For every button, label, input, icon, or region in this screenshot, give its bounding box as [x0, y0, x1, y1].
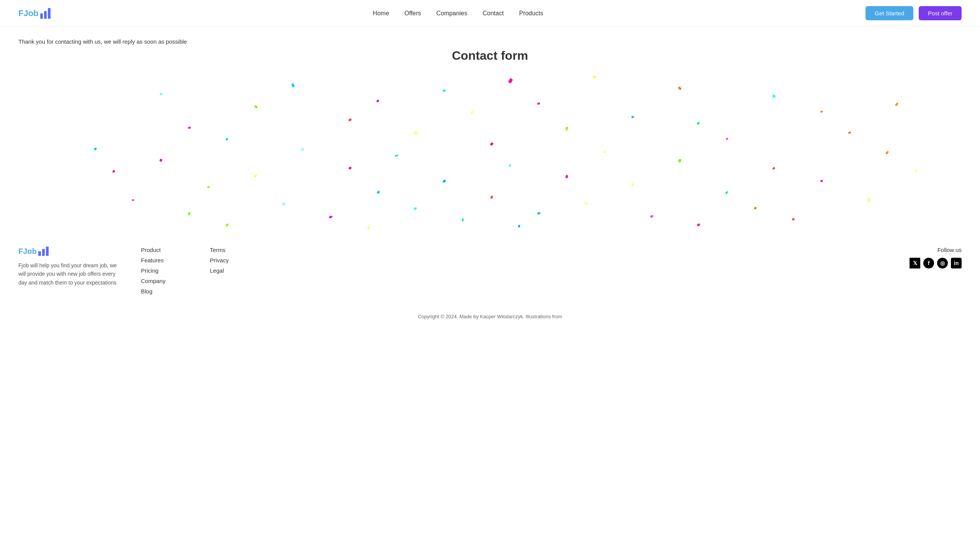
confetti-piece [291, 83, 295, 87]
footer-link-terms[interactable]: Terms [210, 247, 256, 253]
logo-bar-3 [48, 8, 51, 19]
confetti-piece [593, 75, 596, 79]
footer-link-company[interactable]: Company [141, 278, 187, 284]
footer-social: Follow us 𝕏 f ◎ in [279, 247, 962, 298]
confetti-piece [442, 179, 446, 183]
confetti-piece [678, 159, 682, 163]
footer-copyright: Copyright © 2024. Made by Kacper Włodarc… [0, 310, 980, 327]
confetti-piece [792, 218, 795, 221]
confetti-piece [885, 151, 889, 154]
footer-link-product[interactable]: Product [141, 247, 187, 253]
confetti-piece [254, 174, 257, 178]
confetti-piece [537, 102, 540, 105]
confetti-piece [848, 131, 851, 134]
confetti-piece [159, 159, 163, 162]
confetti-piece [508, 164, 512, 167]
nav-home[interactable]: Home [373, 10, 389, 16]
confetti-piece [518, 224, 521, 228]
nav-offers[interactable]: Offers [404, 10, 421, 16]
confetti-piece [188, 212, 191, 216]
confetti-piece [376, 190, 380, 194]
footer-link-pricing[interactable]: Pricing [141, 267, 187, 274]
confetti-piece [414, 207, 417, 210]
nav-contact[interactable]: Contact [483, 10, 504, 16]
footer-description: Fjob will help you find your dream job, … [18, 261, 118, 287]
confetti-piece [584, 202, 587, 205]
facebook-icon[interactable]: f [923, 258, 934, 268]
confetti-piece [461, 218, 464, 222]
get-started-button[interactable]: Get Started [865, 6, 913, 20]
navbar: FJob Home Offers Companies Contact Produ… [0, 0, 980, 27]
footer-link-legal[interactable]: Legal [210, 267, 256, 274]
confetti-piece [603, 151, 607, 154]
logo-bars [40, 8, 51, 19]
confetti-piece [376, 99, 380, 102]
confetti-piece [395, 154, 399, 157]
footer-bar-1 [38, 251, 41, 256]
footer-link-features[interactable]: Features [141, 257, 187, 263]
confetti-piece [678, 86, 682, 90]
twitter-icon[interactable]: 𝕏 [910, 258, 920, 268]
confetti-piece [329, 215, 332, 218]
instagram-icon[interactable]: ◎ [937, 258, 948, 268]
confetti-piece [772, 94, 776, 98]
confetti-piece [414, 131, 418, 135]
logo-bar-1 [40, 13, 43, 19]
confetti-piece [282, 202, 285, 206]
confetti-piece [93, 147, 97, 151]
footer-brand: FJob Fjob will help you find your dream … [18, 247, 118, 298]
footer-legal-col: Terms Privacy Legal [210, 247, 256, 298]
confetti-piece [726, 137, 729, 141]
confetti-piece [914, 170, 917, 173]
nav-products[interactable]: Products [519, 10, 543, 16]
confetti-piece [697, 122, 700, 125]
footer-inner: FJob Fjob will help you find your dream … [0, 231, 980, 310]
confetti-piece [348, 166, 352, 170]
confetti-piece [565, 126, 568, 130]
confetti-piece [301, 147, 304, 151]
footer-link-blog[interactable]: Blog [141, 288, 187, 295]
confetti-piece [537, 211, 541, 214]
confetti-piece [188, 126, 191, 129]
confetti-piece [160, 93, 163, 95]
footer-link-privacy[interactable]: Privacy [210, 257, 256, 263]
confetti-piece [508, 78, 513, 83]
confetti-piece [367, 226, 371, 229]
confetti-piece [112, 170, 116, 173]
main-content: Thank you for contacting with us, we wil… [0, 27, 980, 231]
confetti-piece [225, 138, 229, 141]
confetti-piece [348, 118, 352, 121]
confetti-piece [772, 167, 776, 170]
confetti-piece [490, 142, 494, 146]
post-offer-button[interactable]: Post offer [919, 6, 962, 20]
confetti-piece [867, 198, 870, 202]
footer-logo: FJob [18, 247, 118, 256]
page-title: Contact form [18, 49, 962, 63]
nav-actions: Get Started Post offer [865, 6, 962, 20]
footer-logo-text: FJob [18, 247, 37, 256]
confetti-piece [254, 105, 258, 109]
logo-bar-2 [44, 11, 47, 19]
confetti-container [18, 70, 962, 231]
confetti-piece [631, 183, 634, 186]
confetti-piece [471, 110, 474, 114]
confetti-piece [207, 186, 210, 188]
linkedin-icon[interactable]: in [951, 258, 962, 268]
follow-us-label: Follow us [279, 247, 962, 253]
confetti-piece [225, 223, 229, 227]
nav-links: Home Offers Companies Contact Products [373, 10, 543, 17]
confetti-piece [895, 102, 898, 106]
confetti-piece [697, 223, 700, 227]
confetti-piece [490, 195, 493, 199]
confetti-piece [820, 179, 823, 182]
footer-bar-2 [42, 249, 45, 256]
confetti-piece [631, 115, 634, 119]
nav-companies[interactable]: Companies [436, 10, 467, 16]
confetti-piece [820, 110, 823, 113]
footer: FJob Fjob will help you find your dream … [0, 231, 980, 327]
confetti-piece [754, 206, 757, 209]
logo[interactable]: FJob [18, 8, 51, 19]
footer-product-col: Product Features Pricing Company Blog [141, 247, 187, 298]
footer-bar-3 [46, 247, 49, 256]
confetti-piece [443, 90, 446, 92]
